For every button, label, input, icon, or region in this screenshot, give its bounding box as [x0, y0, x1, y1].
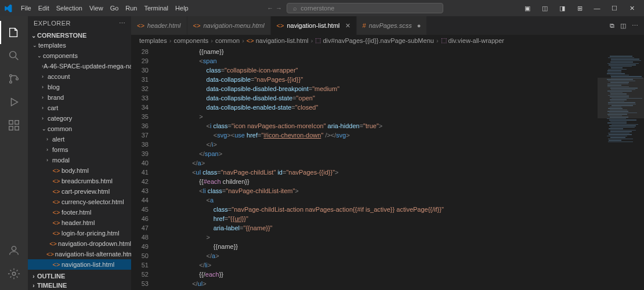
svg-point-1: [10, 75, 12, 77]
tree-item[interactable]: ⌄components: [28, 50, 131, 61]
tree-item[interactable]: <>navigation-list.html: [28, 259, 131, 270]
tree-item[interactable]: ›blog: [28, 82, 131, 92]
customize-icon[interactable]: ⊞: [571, 0, 588, 16]
tree-item[interactable]: <>header.html: [28, 217, 131, 228]
svg-point-9: [12, 272, 16, 276]
activity-bar: [0, 16, 28, 290]
menu-run[interactable]: Run: [122, 2, 140, 14]
nav-fwd-icon[interactable]: →: [276, 5, 282, 12]
search-icon[interactable]: [0, 44, 28, 67]
maximize-button[interactable]: ☐: [606, 0, 623, 16]
editor-area: <>header.html<>navigation-menu.html<>nav…: [131, 16, 644, 290]
compare-icon[interactable]: ⧉: [610, 22, 614, 30]
search-placeholder: cornerstone: [301, 5, 334, 12]
svg-point-3: [16, 78, 19, 80]
svg-point-0: [10, 52, 16, 58]
menu-edit[interactable]: Edit: [35, 2, 53, 14]
nav-back-icon[interactable]: ←: [267, 5, 273, 12]
outline-section[interactable]: ›OUTLINE: [28, 271, 131, 281]
tree-item[interactable]: ⌄templates: [28, 40, 131, 50]
tree-item[interactable]: <>currency-selector.html: [28, 197, 131, 207]
extensions-icon[interactable]: [0, 114, 28, 137]
minimap[interactable]: [598, 53, 644, 290]
editor-tabs: <>header.html<>navigation-menu.html<>nav…: [131, 16, 644, 35]
tab[interactable]: <>header.html: [131, 16, 187, 35]
tree-item[interactable]: ›brand: [28, 92, 131, 103]
explorer-title: EXPLORER: [34, 20, 71, 27]
more-icon[interactable]: ⋯: [119, 20, 126, 27]
svg-point-2: [10, 81, 12, 84]
menu-selection[interactable]: Selection: [53, 2, 86, 14]
titlebar: FileEditSelectionViewGoRunTerminalHelp ←…: [0, 0, 644, 16]
project-root[interactable]: ⌄CORNERSTONE: [28, 31, 131, 40]
svg-rect-4: [9, 121, 13, 124]
menu-view[interactable]: View: [86, 2, 107, 14]
source-control-icon[interactable]: [0, 67, 28, 90]
tree-item[interactable]: <>breadcrumbs.html: [28, 176, 131, 186]
tree-item[interactable]: <>footer.html: [28, 207, 131, 217]
tree-item[interactable]: <>login-for-pricing.html: [28, 228, 131, 238]
account-icon[interactable]: [0, 239, 28, 262]
split-icon[interactable]: ◫: [620, 22, 626, 30]
tree-item[interactable]: ⌄common: [28, 124, 131, 134]
tree-item[interactable]: ›category: [28, 113, 131, 124]
code-editor[interactable]: {{name}} <span class="collapsible-icon-w…: [157, 46, 644, 290]
tree-item[interactable]: ›forms: [28, 144, 131, 155]
sidebar-header: EXPLORER ⋯: [28, 16, 131, 31]
tree-item[interactable]: ›cart: [28, 103, 131, 113]
layout-toggle-icon[interactable]: ▣: [519, 0, 536, 16]
settings-icon[interactable]: [0, 262, 28, 285]
menu-go[interactable]: Go: [107, 2, 122, 14]
timeline-section[interactable]: ›TIMELINE: [28, 281, 131, 290]
tree-item[interactable]: <>navigation-list-alternate.html: [28, 249, 131, 259]
menu-file[interactable]: File: [17, 2, 35, 14]
breadcrumb-item[interactable]: templates: [139, 37, 167, 44]
sidebar: EXPLORER ⋯ ⌄CORNERSTONE ⌄templates⌄compo…: [28, 16, 131, 290]
tree-item[interactable]: ›modal: [28, 155, 131, 165]
breadcrumb-item[interactable]: <> navigation-list.html: [247, 37, 309, 44]
svg-rect-6: [9, 126, 13, 130]
sidebar-toggle-icon[interactable]: ◨: [553, 0, 571, 16]
command-center-search[interactable]: ⌕ cornerstone: [287, 3, 443, 13]
svg-point-8: [12, 246, 16, 251]
svg-rect-5: [15, 121, 19, 124]
run-debug-icon[interactable]: [0, 90, 28, 114]
more-icon[interactable]: ⋯: [632, 22, 638, 30]
menu-bar: FileEditSelectionViewGoRunTerminalHelp: [17, 2, 192, 14]
close-button[interactable]: ✕: [623, 0, 641, 16]
nav-arrows[interactable]: ← →: [267, 5, 282, 12]
svg-rect-7: [15, 126, 19, 130]
breadcrumb-item[interactable]: ⬚ div.view-all-wrapper: [441, 37, 504, 44]
explorer-icon[interactable]: [0, 21, 28, 44]
breadcrumb-item[interactable]: components: [173, 37, 208, 44]
tree-item[interactable]: ›account: [28, 71, 131, 82]
breadcrumb[interactable]: templates›components›common›<> navigatio…: [131, 35, 644, 46]
tree-item[interactable]: <>body.html: [28, 165, 131, 176]
menu-terminal[interactable]: Terminal: [141, 2, 172, 14]
panel-toggle-icon[interactable]: ◫: [536, 0, 553, 16]
file-tree[interactable]: ⌄templates⌄components›A-46-SPACE-updated…: [28, 40, 131, 271]
tree-item[interactable]: ›A-46-SPACE-updated-mega-navig...: [28, 61, 131, 71]
search-icon: ⌕: [293, 5, 297, 12]
breadcrumb-item[interactable]: common: [215, 37, 240, 44]
line-gutter: 2829303132333435363738394041424344454647…: [131, 46, 157, 290]
tree-item[interactable]: <>cart-preview.html: [28, 186, 131, 197]
tree-item[interactable]: ›alert: [28, 134, 131, 144]
tree-item[interactable]: <>navigation-dropdown.html: [28, 238, 131, 249]
minimize-button[interactable]: —: [588, 0, 606, 16]
tab[interactable]: #navPages.scss●: [357, 16, 428, 35]
tab[interactable]: <>navigation-menu.html: [187, 16, 271, 35]
vscode-logo-icon: [3, 3, 13, 13]
menu-help[interactable]: Help: [172, 2, 192, 14]
tab[interactable]: <>navigation-list.html✕: [271, 16, 357, 35]
breadcrumb-item[interactable]: ⬚ div#navPages-{{id}}.navPage-subMenu: [315, 37, 433, 44]
